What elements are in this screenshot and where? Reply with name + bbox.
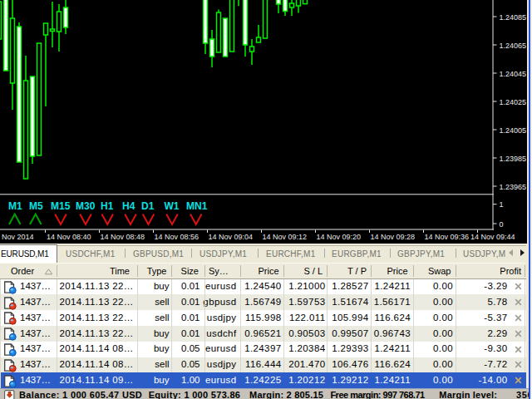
svg-text:14 Nov 09:36: 14 Nov 09:36 (425, 233, 470, 241)
svg-text:14 Nov 09:28: 14 Nov 09:28 (371, 233, 416, 241)
svg-text:1.23985: 1.23985 (500, 155, 527, 163)
svg-text:1.24045: 1.24045 (500, 70, 527, 78)
svg-text:14 Nov 09:44: 14 Nov 09:44 (470, 233, 515, 241)
svg-text:W1: W1 (165, 200, 180, 212)
svg-text:1.24065: 1.24065 (500, 42, 527, 50)
svg-text:M15: M15 (51, 200, 71, 212)
svg-text:14 Nov 08:40: 14 Nov 08:40 (47, 233, 91, 241)
svg-text:M1: M1 (8, 200, 22, 212)
svg-text:1: 1 (500, 200, 504, 209)
svg-text:MN1: MN1 (186, 200, 208, 212)
svg-text:H4: H4 (122, 200, 135, 212)
svg-text:Nov 2014: Nov 2014 (2, 233, 34, 241)
svg-text:14 Nov 09:04: 14 Nov 09:04 (209, 233, 254, 241)
svg-text:1.23965: 1.23965 (500, 183, 527, 191)
svg-text:14 Nov 08:48: 14 Nov 08:48 (101, 233, 145, 241)
svg-text:14 Nov 09:12: 14 Nov 09:12 (263, 233, 308, 241)
svg-text:H1: H1 (101, 200, 114, 212)
svg-text:1.24085: 1.24085 (500, 13, 527, 22)
svg-text:M30: M30 (76, 200, 96, 212)
svg-text:0: 0 (500, 220, 504, 229)
svg-text:14 Nov 09:20: 14 Nov 09:20 (317, 233, 362, 241)
svg-text:1.24025: 1.24025 (500, 98, 527, 106)
svg-text:14 Nov 08:56: 14 Nov 08:56 (155, 233, 200, 241)
svg-text:1.24005: 1.24005 (500, 126, 527, 135)
svg-text:D1: D1 (141, 200, 155, 212)
svg-text:M5: M5 (29, 200, 43, 212)
